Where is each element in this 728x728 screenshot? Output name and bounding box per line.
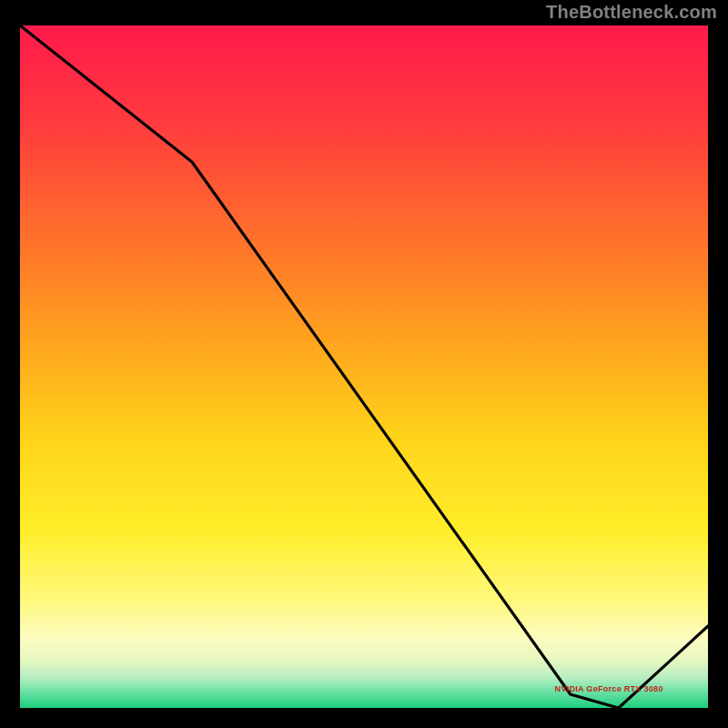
bottleneck-curve [20, 25, 708, 708]
optimal-gpu-label: NVIDIA GeForce RTX 3080 [555, 684, 663, 693]
attribution-watermark: TheBottleneck.com [546, 2, 717, 23]
chart-frame: TheBottleneck.com NVIDIA GeForce RTX 308… [0, 0, 728, 728]
plot-area: NVIDIA GeForce RTX 3080 [20, 25, 708, 708]
